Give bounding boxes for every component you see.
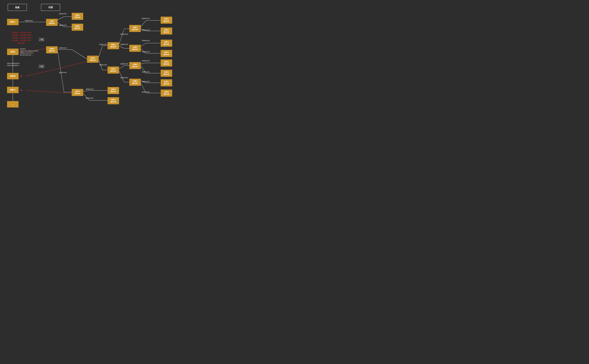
annotation-laobana-income: 老板A平级收益1000元 老板B3 收益10000元 (7, 62, 33, 66)
node-dailie4: 代理E4 购买499 (129, 79, 141, 86)
svg-line-29 (119, 46, 124, 48)
node-dailid2: 代理D2 购买499 (108, 66, 119, 74)
node-dailib2: 代理B2 购买499 (72, 24, 83, 31)
svg-line-44 (141, 43, 146, 47)
svg-line-35 (119, 71, 124, 82)
svg-line-26 (119, 29, 124, 44)
node-laobanb3: 老板B3 (7, 73, 19, 79)
label-d2-e4: 直推奖100元 (120, 77, 128, 79)
svg-marker-72 (20, 76, 22, 77)
node-dailib1: 代理B1 购买499 (72, 13, 83, 20)
node-dailic1: 代理C1 购买499 (87, 56, 98, 63)
node-dailif4: 代理F4 购买499 (161, 50, 172, 57)
label-e3-f6: 直推奖100元 (142, 71, 150, 73)
label-a-b2: 直推奖100元 (59, 24, 67, 26)
svg-line-23 (83, 93, 90, 100)
node-dailib3: 代理B3 购买499 (46, 46, 58, 53)
svg-line-70 (51, 61, 87, 70)
header-daili: 代理 (41, 4, 60, 11)
node-dailic2: 代理C2 购买499 (72, 89, 83, 96)
node-laobana: 老板A (7, 49, 19, 55)
label-upgrade-b3: 升级 (39, 38, 44, 41)
node-tuijianren: 推荐人 (7, 19, 19, 25)
svg-marker-74 (20, 90, 22, 91)
node-dailif5: 代理F5 购买499 (161, 59, 172, 66)
node-laobanc1: 老板C1 (7, 87, 19, 93)
node-dailie2: 代理E2 购买499 (129, 45, 141, 52)
label-c2-d4: 直推奖100元 (86, 97, 94, 99)
label-upgrade-c1: 升级 (39, 65, 44, 68)
svg-line-14 (98, 46, 102, 58)
node-dailif6: 代理F6 购买499 (161, 70, 172, 77)
svg-line-20 (83, 91, 90, 91)
svg-line-38 (141, 20, 146, 27)
label-c2-d3: 直推奖100元 (86, 88, 94, 90)
label-e2-f3: 直推奖100元 (142, 40, 150, 42)
svg-line-73 (26, 90, 72, 93)
annotation-red: B3升级后，C1C2留下为种子 C1升级后，D1D2留下为种子 C2升级后，D3… (7, 31, 37, 44)
label-e4-f7: 直推奖100元 (142, 81, 150, 83)
label-a-b1: 直推奖100元 (59, 13, 67, 15)
node-dailid3: 代理D3 购买499 (108, 87, 119, 94)
label-c1-d2: 直推奖100元 (99, 64, 107, 66)
node-dailie1: 代理E1 购买499 (129, 25, 141, 32)
node-dailia: 代理A 购买499 (46, 19, 58, 26)
node-dots: .... (7, 101, 19, 107)
label-d1-e1: 直推奖100元 (120, 33, 128, 35)
node-dailid4: 代理D4 购买499 (108, 97, 119, 104)
label-c1-d1: 直推奖100元 (99, 44, 107, 46)
svg-line-2 (58, 17, 64, 20)
svg-line-9 (72, 50, 87, 59)
label-tuijianren-dailia: 直推奖100元 (25, 20, 33, 22)
node-dailif7: 代理F7 购买499 (161, 79, 172, 86)
annotation-income: 收益300元 =直推奖100元+团队见点奖200元 后续团队见点奖=200*N … (20, 48, 45, 56)
node-dailif1: 代理F1 购买499 (161, 17, 172, 24)
node-dailie3: 代理E3 购买499 (129, 62, 141, 69)
label-e3-f5: 直推奖100元 (142, 60, 150, 62)
svg-line-32 (119, 65, 124, 69)
label-e1-f2: 直推奖100元 (142, 29, 150, 31)
svg-line-50 (141, 63, 146, 64)
label-e1-f1: 直推奖100元 (142, 18, 150, 20)
diagram: 老板 代理 推荐人 老板A 老板B3 老板C1 .... 代理A 购买499 代… (0, 0, 177, 109)
label-b3-c2: 直推奖100元 (59, 72, 67, 74)
header-laobanz: 老板 (8, 4, 27, 11)
node-dailid1: 代理D1 购买499 (108, 42, 119, 49)
label-d2-e3: 直推奖100元 (120, 63, 128, 65)
node-dailif8: 代理F8 购买499 (161, 90, 172, 97)
label-e2-f4: 直推奖100元 (142, 51, 150, 53)
label-e4-f8: 直推奖100元 (142, 91, 150, 93)
svg-line-71 (26, 70, 51, 76)
node-dailif3: 代理F3 购买499 (161, 40, 172, 47)
label-d1-e2: 直推奖100元 (120, 44, 128, 46)
label-b3-c1: 直推奖100元 (59, 47, 67, 49)
node-dailif2: 代理F2 购买499 (161, 27, 172, 34)
